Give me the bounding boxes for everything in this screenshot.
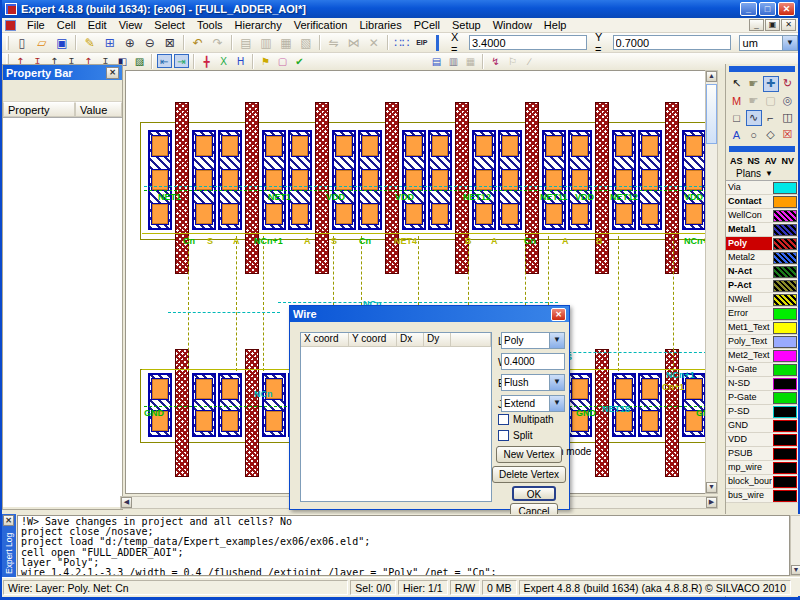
width-input[interactable]	[501, 353, 565, 370]
layer-row-n-gate[interactable]: N-Gate	[726, 363, 798, 377]
probe-net-icon[interactable]: ↯	[488, 54, 503, 68]
mdi-close-button[interactable]: ✕	[781, 19, 796, 31]
property-bar-title[interactable]: Property Bar ✕	[3, 65, 122, 80]
wire-check-icon[interactable]: ▨	[132, 54, 147, 68]
new-file-icon[interactable]: ▯	[13, 34, 31, 51]
chevron-down-icon[interactable]: ▼	[549, 333, 564, 348]
layer-select[interactable]: Poly ▼	[501, 332, 565, 349]
layer-row-metal2[interactable]: Metal2	[726, 251, 798, 265]
layer-row-bus_wire[interactable]: bus_wire	[726, 489, 798, 503]
mode-button-av[interactable]: AV	[764, 155, 778, 167]
apply-check-icon[interactable]: ✔	[292, 54, 307, 68]
panel-handle[interactable]	[729, 146, 795, 152]
library-icon[interactable]: ▥	[446, 54, 461, 68]
property-column-header[interactable]: Property	[3, 102, 75, 117]
end-select[interactable]: Flush ▼	[501, 374, 565, 391]
zoom-out-icon[interactable]: ⊖	[141, 34, 159, 51]
vertex-list[interactable]: X coordY coordDxDy	[300, 332, 492, 502]
layer-row-via[interactable]: Via	[726, 181, 798, 195]
layer-row-nwell[interactable]: NWell	[726, 293, 798, 307]
close-icon[interactable]: ✕	[3, 515, 14, 526]
stamp-tool-icon[interactable]: ◫	[780, 110, 796, 126]
open-file-icon[interactable]: ▱	[33, 34, 51, 51]
select-tool-icon[interactable]: ↖	[729, 76, 745, 92]
draw-icon[interactable]: ✎	[81, 34, 99, 51]
grid-window-icon[interactable]: ⊞	[101, 34, 119, 51]
chevron-down-icon[interactable]: ▼	[782, 36, 797, 50]
pink-box-icon[interactable]: ▢	[275, 54, 290, 68]
delete-vertex-button[interactable]: Delete Vertex	[492, 466, 566, 483]
layer-row-block_boundary[interactable]: block_boundary	[726, 475, 798, 489]
list-column-header[interactable]: X coord	[301, 333, 349, 347]
menu-window[interactable]: Window	[487, 18, 538, 32]
database-icon[interactable]: ▤	[429, 54, 444, 68]
canvas-vscrollbar[interactable]: ▲ ▼	[705, 70, 718, 494]
layer-row-poly_text[interactable]: Poly_Text	[726, 335, 798, 349]
target-tool-icon[interactable]: ◎	[780, 93, 796, 109]
layer-row-metal1[interactable]: Metal1	[726, 223, 798, 237]
close-icon[interactable]: ✕	[551, 308, 566, 321]
menu-file[interactable]: File	[21, 18, 51, 32]
layer-row-met1_text[interactable]: Met1_Text	[726, 321, 798, 335]
mdi-restore-button[interactable]: ▣	[765, 19, 780, 31]
snap-grid-icon[interactable]: ∷∷	[393, 34, 411, 51]
layer-row-psub[interactable]: PSUB	[726, 447, 798, 461]
box-tool-icon[interactable]: □	[729, 110, 745, 126]
plans-select[interactable]: Plans ▼	[726, 168, 798, 180]
value-column-header[interactable]: Value	[75, 102, 122, 117]
layer-row-error[interactable]: Error	[726, 307, 798, 321]
title-bar[interactable]: Expert 4.8.8 (build 1634): [ex06] - [FUL…	[2, 0, 798, 18]
menu-verification[interactable]: Verification	[288, 18, 354, 32]
list-column-header[interactable]: Y coord	[349, 333, 397, 347]
stretch-icon[interactable]: ╋	[199, 54, 214, 68]
unit-select[interactable]: um ▼	[739, 35, 798, 51]
layer-row-vdd[interactable]: VDD	[726, 433, 798, 447]
scroll-right-icon[interactable]: ▶	[706, 497, 717, 508]
layer-row-n-sd[interactable]: N-SD	[726, 377, 798, 391]
resize-grip[interactable]	[792, 580, 800, 595]
menu-tools[interactable]: Tools	[191, 18, 229, 32]
undo-icon[interactable]: ↶	[189, 34, 207, 51]
list-column-header[interactable]: Dy	[424, 333, 451, 347]
toolbar-grip[interactable]	[6, 36, 9, 50]
layer-row-n-act[interactable]: N-Act	[726, 265, 798, 279]
log-output[interactable]: !W> Save changes in project and all cell…	[17, 515, 790, 576]
menu-edit[interactable]: Edit	[82, 18, 113, 32]
checkbox-icon[interactable]	[498, 430, 509, 441]
y-coord-input[interactable]	[613, 35, 731, 50]
ok-button[interactable]: OK	[512, 486, 556, 501]
checkbox-icon[interactable]	[498, 414, 509, 425]
wire-tool-icon[interactable]: ∿	[746, 110, 762, 126]
layer-row-wellcon[interactable]: WellCon	[726, 209, 798, 223]
log-scrollbar[interactable]: ▼	[790, 515, 800, 576]
menu-pcell[interactable]: PCell	[408, 18, 446, 32]
mdi-minimize-button[interactable]: _	[749, 19, 764, 31]
mdi-child-icon[interactable]	[5, 20, 16, 31]
layer-row-gnd[interactable]: GND	[726, 419, 798, 433]
layer-row-mp_wire[interactable]: mp_wire	[726, 461, 798, 475]
trapezoid-tool-icon[interactable]: ◇	[763, 127, 779, 143]
layer-row-contact[interactable]: Contact	[726, 195, 798, 209]
panel-handle[interactable]	[729, 66, 795, 72]
measure-tool-icon[interactable]: M	[729, 93, 745, 109]
scroll-up-icon[interactable]: ▲	[706, 71, 717, 82]
zoom-window-icon[interactable]: ⊠	[161, 34, 179, 51]
vscroll-thumb[interactable]	[706, 84, 717, 144]
zoom-in-icon[interactable]: ⊕	[121, 34, 139, 51]
merge-shape-icon[interactable]: H	[233, 54, 248, 68]
text-tool-icon[interactable]: A	[729, 127, 745, 143]
x-coord-input[interactable]	[469, 35, 587, 50]
menu-libraries[interactable]: Libraries	[353, 18, 407, 32]
layer-row-p-act[interactable]: P-Act	[726, 279, 798, 293]
pushpin-icon[interactable]: ⚑	[258, 54, 273, 68]
layer-row-p-sd[interactable]: P-SD	[726, 405, 798, 419]
align-left-icon[interactable]: ⇤	[157, 54, 172, 68]
net-highlight-icon[interactable]: ☒	[780, 127, 796, 143]
new-vertex-button[interactable]: New Vertex	[496, 446, 562, 463]
wire-dialog-title[interactable]: Wire ✕	[290, 306, 569, 322]
checkbox-multipath[interactable]: Multipath	[498, 414, 554, 425]
circle-tool-icon[interactable]: ○	[746, 127, 762, 143]
scroll-down-icon[interactable]: ▼	[706, 482, 717, 493]
close-icon[interactable]: ✕	[106, 67, 119, 79]
chevron-down-icon[interactable]: ▼	[549, 375, 564, 390]
